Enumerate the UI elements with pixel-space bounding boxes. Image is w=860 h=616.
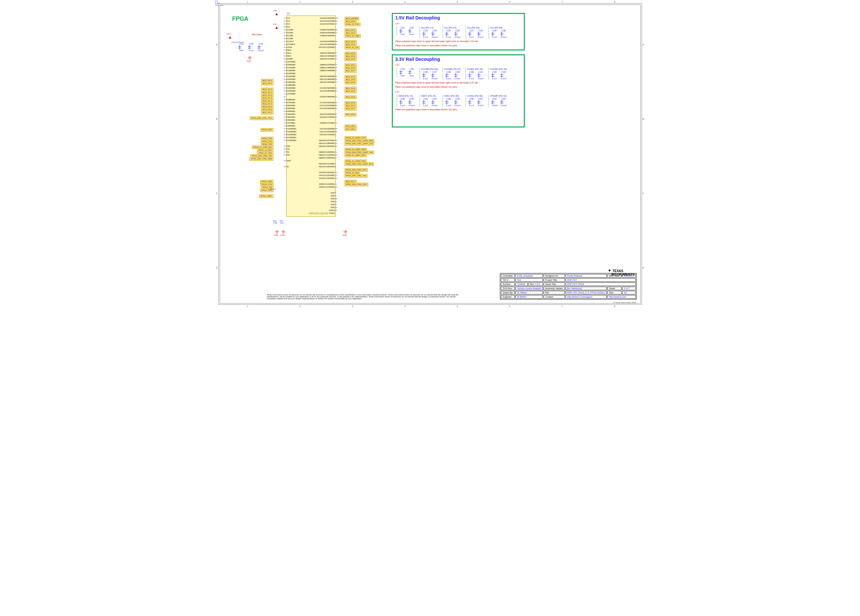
pin-left: 41 IO81RSB1 — [287, 104, 297, 107]
pin-left: 86 IO22RSB0 — [287, 78, 297, 81]
pin-left: 39 VCCIB1 — [287, 37, 297, 40]
net-label: MCU_P1.6 — [254, 105, 273, 108]
pin-left: 69 — [287, 96, 297, 98]
pin-right: GAB1/IO03RSB0 97 — [312, 31, 334, 34]
net-label: FPGA_TP1 — [248, 140, 273, 143]
net-label: MCU_P8.2 — [345, 125, 375, 127]
pin-right: GND 67 — [312, 203, 334, 206]
pin-right — [312, 37, 334, 40]
net-label: MCU_P1.3 — [254, 96, 273, 99]
grid-row: C — [642, 192, 644, 194]
decoup-group-hdr: VJTAG (Pin 56) — [467, 95, 485, 97]
decoup-cap: C300.01uF — [499, 30, 508, 38]
pin-right: GBB2/IO43RSB0 71 — [312, 69, 334, 72]
decoup-cap: C530.01uF — [499, 98, 508, 107]
net-label: FPGA_DIR_CTRL_UART_RXD — [345, 139, 375, 142]
decoup-group-hdr: VMV1 (Pin 24) — [421, 95, 439, 97]
net-label: FPGA_IO_TMS — [345, 34, 375, 37]
grid-col: 8 — [614, 305, 615, 307]
pin-right — [312, 49, 334, 52]
decoup-cap: C420.1uF — [490, 71, 499, 80]
pin-right: GFA2/IO120RSB1 16 — [312, 177, 334, 180]
decoup-cap: C3510uF — [407, 68, 416, 77]
decoup-group-hdr: Vcc (Pin 37) — [444, 27, 462, 29]
grid-row: A — [643, 43, 644, 45]
pin-right — [312, 119, 334, 122]
pin-left: 89 VCC — [287, 25, 297, 28]
decoup-group: C3410uFC3510uF — [397, 68, 416, 77]
decoup-group: VJTAG (Pin 56)C500.1uFC510.01uF — [466, 95, 485, 107]
pin-left: 40 IO84RSB1 — [287, 107, 297, 110]
net-label: MCU_P1.0 — [254, 88, 273, 91]
pin-right: GCC2/IO59RSB0 60 — [312, 107, 334, 110]
vcc-arrow-icon — [229, 36, 231, 39]
pin-left: 47 TDI — [287, 151, 297, 154]
net-label: MCU_P4.6 — [345, 96, 375, 98]
pin-right — [312, 180, 334, 183]
decoup-group: Vcc (Pin 37)C250.1uFC260.01uF — [443, 27, 462, 38]
rail-3v3: 3.3V — [395, 91, 399, 93]
pin-left: 14 VCCPLF — [287, 40, 297, 43]
net-label: FPGA_IO_UART_TXD — [345, 160, 375, 162]
net-label: MCU_P4.5 — [345, 87, 375, 89]
pin-left: 94 IO07RSB0 — [287, 61, 297, 63]
net-label: MCU_P1.4 — [254, 99, 273, 102]
cap-c32: C320.1uF — [247, 43, 256, 52]
grid-col: 3 — [352, 305, 353, 307]
net-label: MCU_P4.1 — [254, 111, 273, 114]
decoup-cap: C230.1uF — [421, 30, 430, 38]
net-label: FPGA_IO_JTAG_ISO — [248, 146, 273, 149]
page-title: FPGA — [232, 16, 248, 22]
decoup-group: VccIB1 (Pin 18)C400.1uFC410.01uF — [466, 68, 485, 80]
decoup-cap: C3410uF — [398, 68, 407, 77]
grid-col: 7 — [562, 1, 563, 3]
pin-right — [312, 125, 334, 127]
decoup-cap: C360.1uF — [421, 71, 430, 80]
pin-left: 31 IO100RSB1 — [287, 127, 297, 130]
decoup-cap: C440.1uF — [398, 98, 407, 107]
net-label: MCU_P3.4 — [345, 55, 375, 58]
net-label: MCU_P4.0 — [345, 81, 375, 84]
decoup-cap: C260.01uF — [453, 30, 462, 38]
decoup-group: VCCIB0 (Pin 66)C360.1uFC370.01uF — [420, 68, 439, 80]
pin-right: GDC2/IO72RSB1 6 — [312, 133, 334, 136]
decoup-cap: C490.01uF — [453, 98, 462, 107]
decoup-note: Place non-polarized caps close to associ… — [395, 86, 521, 88]
decoup-cap: C470.01uF — [430, 98, 439, 107]
decoup-cap: C430.01uF — [499, 71, 508, 80]
pin-right: GDA2/IO70RSB1 46 — [312, 116, 334, 119]
net-label: FPGA_IO_TDO — [248, 151, 273, 154]
pin-right: GNDQ — [312, 212, 334, 215]
grid-row: B — [643, 118, 644, 120]
pin-right: GFB1/IO124RSB1 10 — [312, 186, 334, 189]
pin-left: 36 IO94RSB1 — [287, 113, 297, 116]
grid-col: 4 — [405, 305, 406, 307]
net-label: MCU_P9.5 — [345, 20, 375, 23]
net-label: FPGA_DIR_CTRL_TDI — [248, 154, 273, 157]
pin-right: GAB2/IO69RSB1 2 — [312, 34, 334, 37]
net-label: MCU_P8.1 — [345, 127, 375, 130]
net-label: FPGA_DIR_CTRL_UART_CTS — [345, 142, 375, 145]
pin-left: 93 IO09RSB0 — [287, 63, 297, 66]
pin-left: 92 IO11RSB0 — [287, 66, 297, 69]
pin-left: 29 IO129RSB1 — [287, 133, 297, 136]
net-label: FPGA_IO_UART_RXD — [345, 148, 375, 151]
r17: R171.00k — [280, 220, 284, 224]
gnd-icon — [281, 230, 286, 234]
net-label: MCU_P2.7 — [345, 180, 375, 183]
net-label: MCU_P2.1 — [345, 28, 375, 31]
chip-ref: U3 — [287, 12, 290, 14]
decoup-group-hdr: VMV1 (Pin 50) — [444, 95, 462, 97]
pin-right: GCC0/IO52RSB0 64 — [312, 101, 334, 104]
decoup-note: Place polarized caps close to upper left… — [395, 40, 521, 42]
decoup-group-hdr: VMV0 (Pin 74) — [398, 95, 416, 97]
decoup-note: Place non-polarized caps close to associ… — [395, 44, 521, 47]
decoup-cap: C290.1uF — [490, 30, 499, 38]
grid-col: 7 — [562, 305, 563, 307]
decoup-cap: C510.01uF — [476, 98, 485, 107]
pin-right: GFA1/IO121RSB1 15 — [312, 174, 334, 177]
pin-left — [287, 157, 297, 160]
netclass-label: Net Class — [252, 33, 262, 36]
pin-left: 85 IO25RSB0 — [287, 81, 297, 84]
rail-3v3-chip: 3.3V — [273, 23, 277, 25]
